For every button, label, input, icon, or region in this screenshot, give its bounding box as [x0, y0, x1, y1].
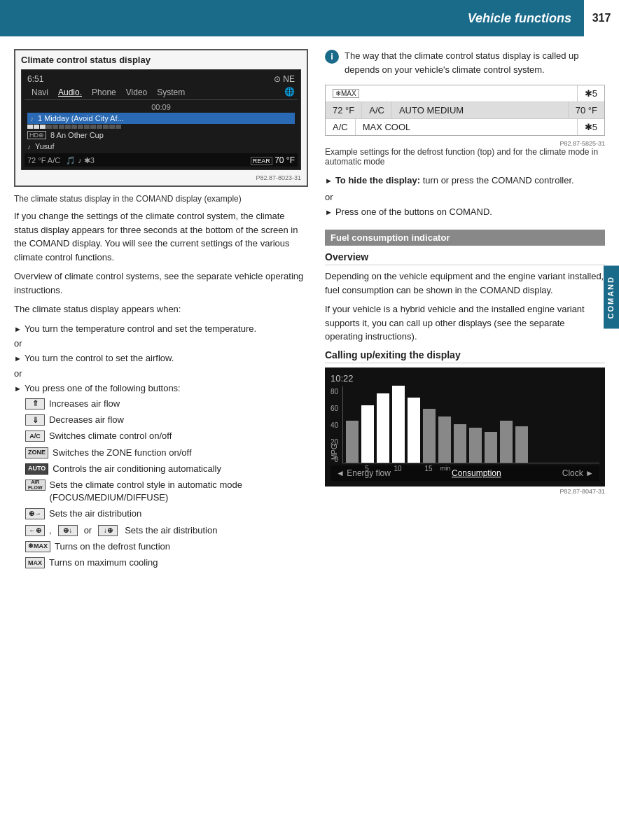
tab-navi[interactable]: Navi [27, 87, 53, 98]
page-title: Vehicle functions [468, 11, 571, 26]
settings-caption: Example settings for the defrost functio… [325, 147, 605, 167]
screen-ref: P82.87-8023-31 [21, 173, 301, 183]
icon-air-dist-2: ←⊕ , ⊕↓ or ↓⊕ Sets the air distribution [25, 524, 308, 537]
mpg-label: MPG [331, 383, 338, 460]
chart-bar [377, 393, 389, 463]
nav-energy-flow[interactable]: ◄ Energy flow [336, 468, 391, 478]
tab-video[interactable]: Video [122, 87, 151, 98]
settings-ac-val: A/C [369, 105, 384, 115]
icon-max-cool: MAX Turns on maximum cooling [25, 556, 308, 569]
air-dist-4-btn[interactable]: ↓⊕ [98, 525, 118, 536]
info-text: The way that the climate control status … [345, 49, 605, 76]
bottom-temp-left: 72 °F A/C [27, 156, 60, 164]
header-title-bar: Vehicle functions [0, 0, 583, 36]
icon-airflow-mode: AIRFLOW Sets the climate control style i… [25, 479, 308, 504]
defrost-settings-icon: ❄MAX [333, 89, 359, 98]
press-arrow: ► [325, 206, 333, 218]
settings-max-cool-val: MAX COOL [363, 122, 411, 132]
rear-badge: REAR [251, 157, 272, 165]
icon-increase-airflow: ⇑ Increases air flow [25, 398, 308, 410]
body-para-3: The climate status display appears when: [14, 302, 308, 316]
track-progress [27, 125, 121, 129]
page-header: Vehicle functions 317 [0, 0, 619, 36]
or-text-1: or [14, 338, 308, 349]
air-dist-1-btn[interactable]: ⊕→ [25, 508, 45, 519]
screen-ne: ⊙ NE [274, 74, 295, 84]
settings-star5-row3-val: ✱5 [585, 122, 597, 132]
chart-bar [438, 416, 451, 463]
defrost-text: Turns on the defrost function [55, 540, 170, 553]
zone-btn[interactable]: ZONE [25, 447, 48, 458]
bullet-temp: ► You turn the temperature control and s… [14, 322, 308, 336]
chart-bars-area: 5 10 15 min [342, 386, 599, 472]
chart-ref: P82.87-8047-31 [325, 488, 605, 495]
chart-bar [346, 421, 359, 463]
track-progress-bar [27, 124, 295, 130]
fuel-section-header: Fuel consumption indicator [325, 230, 605, 246]
tab-audio[interactable]: Audio. [54, 87, 86, 98]
increase-airflow-text: Increases air flow [49, 398, 120, 410]
settings-72f-val: 72 °F [333, 105, 354, 115]
calling-up-header: Calling up/exiting the display [325, 349, 605, 363]
settings-ac2-val: A/C [333, 122, 348, 132]
chart-bar [423, 409, 436, 463]
info-box: i The way that the climate control statu… [325, 49, 605, 76]
icon-zone: ZONE Switches the ZONE function on/off [25, 447, 308, 459]
comand-screen: 6:51 ⊙ NE Navi Audio. Phone Video System… [21, 69, 301, 170]
tab-phone[interactable]: Phone [88, 87, 120, 98]
bullet-buttons-text: You press one of the following buttons: [25, 382, 181, 396]
settings-ref: P82.87-5825-31 [325, 140, 605, 147]
chart-bars [342, 386, 599, 463]
info-icon: i [325, 50, 339, 64]
chart-bar [469, 428, 482, 463]
auto-btn[interactable]: AUTO [25, 463, 48, 475]
nav-clock[interactable]: Clock ► [562, 468, 594, 478]
page-number: 317 [583, 0, 619, 36]
settings-row-3: A/C MAX COOL ✱5 [326, 119, 604, 135]
track3: ♪ Yusuf [27, 141, 295, 152]
icon-decrease-airflow: ⇓ Decreases air flow [25, 414, 308, 426]
air-dist-2-btn[interactable]: ←⊕ [25, 525, 45, 536]
screen-bottom-bar: 72 °F A/C 🎵 ♪ ✱3 REAR 70 °F [25, 153, 298, 167]
increase-airflow-btn[interactable]: ⇑ [25, 398, 45, 410]
max-cool-text: Turns on maximum cooling [49, 556, 158, 569]
bullet-temp-text: You turn the temperature control and set… [25, 322, 256, 336]
chart-bar [500, 421, 513, 463]
track-time: 00:09 [27, 102, 295, 113]
bullet-arrow-3: ► [14, 383, 22, 395]
defrost-btn[interactable]: ❄MAX [25, 541, 50, 552]
settings-ac2: A/C [326, 119, 356, 135]
bullet-buttons: ► You press one of the following buttons… [14, 382, 308, 396]
tab-system[interactable]: System [153, 87, 189, 98]
bottom-bar-info: 72 °F A/C 🎵 ♪ ✱3 [27, 156, 95, 165]
body-para-1: If you change the settings of the climat… [14, 209, 308, 264]
auto-text: Controls the air conditioning automatica… [53, 463, 221, 475]
hd-icon: HD⊕ [27, 131, 46, 139]
fuel-section: Fuel consumption indicator Overview Depe… [325, 230, 605, 495]
track3-icon: ♪ [27, 143, 31, 150]
icon-air-dist-1: ⊕→ Sets the air distribution [25, 507, 308, 520]
ac-btn[interactable]: A/C [25, 430, 45, 442]
climate-display-title: Climate control status display [21, 55, 301, 65]
settings-auto-medium: AUTO MEDIUM [392, 102, 569, 118]
decrease-airflow-btn[interactable]: ⇓ [25, 414, 45, 426]
note-icon: ♪ [30, 115, 34, 122]
bullet-arrow-2: ► [14, 353, 22, 365]
nav-consumption[interactable]: Consumption [452, 468, 501, 478]
ac-text: Switches climate control on/off [49, 430, 172, 442]
left-column: Climate control status display 6:51 ⊙ NE… [14, 49, 308, 573]
airflow-mode-btn[interactable]: AIRFLOW [25, 479, 46, 491]
screen-caption: The climate status display in the COMAND… [14, 194, 308, 204]
press-button-text: Press one of the buttons on COMAND. [335, 205, 492, 219]
x-label-10: 10 [391, 465, 404, 472]
climate-display-box: Climate control status display 6:51 ⊙ NE… [14, 49, 308, 187]
airflow-mode-text: Sets the climate control style in automa… [50, 479, 308, 504]
chart-time: 10:22 [331, 373, 354, 384]
track3-label: Yusuf [35, 142, 55, 150]
track1-label: 1 Midday (Avoid City Af... [38, 114, 124, 122]
icon-defrost: ❄MAX Turns on the defrost function [25, 540, 308, 553]
settings-star-5: ✱5 [578, 85, 604, 102]
main-content: Climate control status display 6:51 ⊙ NE… [0, 36, 619, 585]
max-cool-btn[interactable]: MAX [25, 557, 45, 568]
air-dist-3-btn[interactable]: ⊕↓ [58, 525, 78, 536]
